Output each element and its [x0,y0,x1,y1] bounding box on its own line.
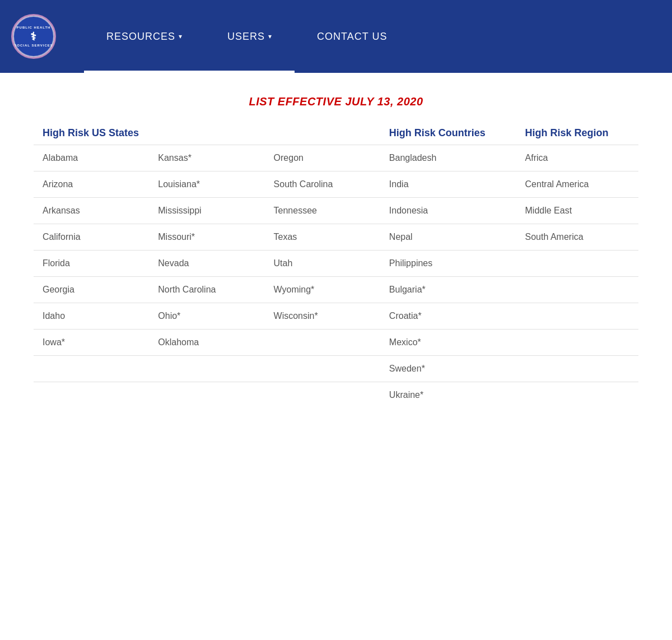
cell-country-3: Nepal [380,224,516,251]
users-chevron-icon: ▾ [268,33,272,40]
cell-state3-9 [265,382,380,409]
table-row: Iowa*OklahomaMexico* [34,330,638,356]
logo-bottom-text: SOCIAL SERVICES [14,44,53,47]
table-row: ArizonaLouisiana*South CarolinaIndiaCent… [34,171,638,198]
cell-state3-8 [265,356,380,382]
cell-state2-9 [149,382,264,409]
states-column-header: High Risk US States [34,122,380,145]
cell-state1-5: Georgia [34,277,149,303]
cell-country-8: Sweden* [380,356,516,382]
cell-state2-6: Ohio* [149,303,264,330]
cell-region-3: South America [516,224,638,251]
cell-region-6 [516,303,638,330]
header: PUBLIC HEALTH ⚕ SOCIAL SERVICES RESOURCE… [0,0,672,73]
main-nav: RESOURCES ▾ USERS ▾ CONTACT US [84,0,409,73]
logo: PUBLIC HEALTH ⚕ SOCIAL SERVICES [11,14,56,59]
cell-state3-2: Tennessee [265,198,380,224]
logo-symbol: ⚕ [30,30,37,43]
cell-region-9 [516,382,638,409]
cell-state2-4: Nevada [149,251,264,277]
nav-resources-label: RESOURCES [106,31,175,43]
table-row: AlabamaKansas*OregonBangladeshAfrica [34,145,638,171]
table-row: FloridaNevadaUtahPhilippines [34,251,638,277]
cell-state1-3: California [34,224,149,251]
table-row: CaliforniaMissouri*TexasNepalSouth Ameri… [34,224,638,251]
cell-state1-2: Arkansas [34,198,149,224]
cell-state3-4: Utah [265,251,380,277]
nav-contact[interactable]: CONTACT US [295,0,409,73]
logo-top-text: PUBLIC HEALTH [17,26,51,29]
main-content: LIST EFFECTIVE JULY 13, 2020 High Risk U… [0,73,672,430]
cell-country-2: Indonesia [380,198,516,224]
nav-contact-label: CONTACT US [317,31,387,43]
table-row: Sweden* [34,356,638,382]
cell-state3-1: South Carolina [265,171,380,198]
cell-state1-7: Iowa* [34,330,149,356]
nav-resources[interactable]: RESOURCES ▾ [84,0,205,73]
cell-state2-0: Kansas* [149,145,264,171]
cell-state3-5: Wyoming* [265,277,380,303]
cell-state2-7: Oklahoma [149,330,264,356]
cell-state3-3: Texas [265,224,380,251]
cell-region-4 [516,251,638,277]
region-column-header: High Risk Region [516,122,638,145]
cell-region-1: Central America [516,171,638,198]
cell-state1-1: Arizona [34,171,149,198]
risk-table: High Risk US States High Risk Countries … [34,122,638,408]
cell-state1-8 [34,356,149,382]
nav-users-label: USERS [227,31,265,43]
nav-users[interactable]: USERS ▾ [205,0,295,73]
cell-region-8 [516,356,638,382]
resources-chevron-icon: ▾ [179,33,183,40]
cell-state1-0: Alabama [34,145,149,171]
cell-region-2: Middle East [516,198,638,224]
table-header-row: High Risk US States High Risk Countries … [34,122,638,145]
cell-country-0: Bangladesh [380,145,516,171]
effective-date: LIST EFFECTIVE JULY 13, 2020 [34,95,638,108]
cell-state3-6: Wisconsin* [265,303,380,330]
cell-country-6: Croatia* [380,303,516,330]
cell-state1-4: Florida [34,251,149,277]
cell-country-7: Mexico* [380,330,516,356]
table-row: ArkansasMississippiTennesseeIndonesiaMid… [34,198,638,224]
cell-state2-2: Mississippi [149,198,264,224]
cell-region-7 [516,330,638,356]
cell-state2-1: Louisiana* [149,171,264,198]
cell-state1-9 [34,382,149,409]
cell-region-5 [516,277,638,303]
cell-state3-7 [265,330,380,356]
table-row: Ukraine* [34,382,638,409]
table-row: IdahoOhio*Wisconsin*Croatia* [34,303,638,330]
cell-country-4: Philippines [380,251,516,277]
cell-country-1: India [380,171,516,198]
cell-country-9: Ukraine* [380,382,516,409]
cell-country-5: Bulgaria* [380,277,516,303]
cell-state1-6: Idaho [34,303,149,330]
table-row: GeorgiaNorth CarolinaWyoming*Bulgaria* [34,277,638,303]
cell-state2-3: Missouri* [149,224,264,251]
countries-column-header: High Risk Countries [380,122,516,145]
cell-state3-0: Oregon [265,145,380,171]
cell-state2-5: North Carolina [149,277,264,303]
cell-region-0: Africa [516,145,638,171]
cell-state2-8 [149,356,264,382]
